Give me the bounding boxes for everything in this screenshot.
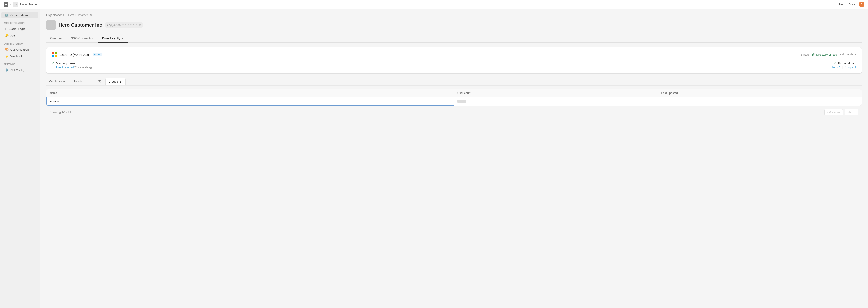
topbar-chevron-icon: ▾	[38, 3, 40, 6]
workspace-logo[interactable]: D	[4, 2, 8, 7]
breadcrumb: Organizations › Hero Customer Inc	[46, 13, 862, 17]
directory-card: Entra ID (Azure AD) SCIM Status Director…	[46, 47, 862, 73]
tab-overview[interactable]: Overview	[46, 34, 67, 43]
sidebar-auth-section: AUTHENTICATION ⊞ Social Login 🔑 SSO	[0, 20, 40, 39]
main-content: Organizations › Hero Customer Inc H Hero…	[40, 9, 868, 308]
user-avatar[interactable]: S	[859, 2, 864, 7]
sub-tab-groups[interactable]: Groups (1)	[105, 78, 126, 85]
groups-link[interactable]: Groups: 1	[844, 66, 856, 69]
org-name: Hero Customer Inc	[59, 22, 102, 28]
topbar: D / </> Project Name ▾ Help Docs S	[0, 0, 868, 9]
directory-status-details: ✓ Directory Linked Event received 26 sec…	[52, 62, 856, 69]
customization-icon: 🎨	[5, 48, 9, 51]
social-login-icon: ⊞	[5, 27, 7, 31]
row-name[interactable]: Admins	[46, 97, 454, 106]
directory-card-header: Entra ID (Azure AD) SCIM Status Director…	[52, 52, 856, 57]
ms-block-blue	[52, 55, 54, 57]
ms-block-yellow	[55, 55, 57, 57]
api-config-icon: ⚙️	[5, 68, 9, 72]
main-tabs: Overview SSO Connection Directory Sync	[46, 34, 862, 43]
org-id-box: org_39802•••••••••• ⧉	[105, 22, 143, 28]
pagination: ‹ Previous Next ›	[824, 109, 858, 116]
table-header: Name User count Last updated	[46, 89, 862, 97]
row-user-count	[454, 97, 658, 106]
received-data-sub: Users: 1 | Groups: 1	[831, 66, 856, 69]
topbar-separator: /	[10, 3, 11, 6]
directory-linked-title: ✓ Directory Linked	[52, 62, 93, 65]
settings-section-label: SETTINGS	[0, 61, 40, 66]
status-value: Directory Linked	[816, 53, 837, 56]
breadcrumb-orgs-link[interactable]: Organizations	[46, 13, 64, 17]
sidebar-item-organizations[interactable]: 🏢 Organizations	[1, 12, 38, 19]
directory-status-area: Status Directory Linked Hide details ∧	[801, 53, 857, 56]
sub-tabs: Configuration Events Users (1) Groups (1…	[46, 78, 862, 86]
received-data-title: ✓ Received data	[831, 62, 856, 65]
sidebar-item-webhooks[interactable]: ⚡ Webhooks	[1, 53, 38, 60]
sidebar-item-customization[interactable]: 🎨 Customization	[1, 46, 38, 53]
sub-tab-users[interactable]: Users (1)	[86, 78, 104, 85]
users-link[interactable]: Users: 1	[831, 66, 841, 69]
sidebar-item-social-login[interactable]: ⊞ Social Login	[1, 26, 38, 32]
org-id-text: org_39802••••••••••	[107, 24, 137, 27]
chevron-up-icon: ∧	[854, 53, 856, 56]
col-name: Name	[46, 89, 454, 97]
org-avatar: H	[46, 20, 56, 30]
directory-provider-info: Entra ID (Azure AD) SCIM	[52, 52, 102, 57]
sidebar-orgs-section: 🏢 Organizations	[0, 12, 40, 19]
status-linked: Directory Linked	[811, 53, 837, 56]
previous-button[interactable]: ‹ Previous	[824, 109, 843, 116]
topbar-left: D / </> Project Name ▾	[4, 2, 40, 7]
sidebar-item-sso[interactable]: 🔑 SSO	[1, 32, 38, 39]
directory-linked-status: ✓ Directory Linked Event received 26 sec…	[52, 62, 93, 69]
next-button[interactable]: Next ›	[845, 109, 858, 116]
ms-block-red	[52, 52, 54, 54]
col-last-updated: Last updated	[658, 89, 862, 97]
status-label: Status	[801, 53, 809, 56]
sub-tab-configuration[interactable]: Configuration	[46, 78, 69, 85]
next-arrow-icon: ›	[855, 111, 856, 114]
sidebar: 🏢 Organizations AUTHENTICATION ⊞ Social …	[0, 9, 40, 308]
col-user-count: User count	[454, 89, 658, 97]
topbar-right: Help Docs S	[839, 2, 864, 7]
scim-badge: SCIM	[93, 53, 102, 56]
row-last-updated	[658, 97, 862, 106]
layout: 🏢 Organizations AUTHENTICATION ⊞ Social …	[0, 9, 868, 308]
directory-provider-name: Entra ID (Azure AD)	[60, 53, 89, 57]
tab-sso-connection[interactable]: SSO Connection	[67, 34, 98, 43]
sub-tab-events[interactable]: Events	[70, 78, 85, 85]
table-footer: Showing 1-1 of 1 ‹ Previous Next ›	[46, 106, 862, 119]
groups-table: Name User count Last updated Admins	[46, 89, 862, 106]
project-code-icon[interactable]: </>	[13, 2, 18, 7]
event-received-link[interactable]: Event received	[56, 66, 73, 69]
ms-block-green	[55, 52, 57, 54]
sidebar-item-api-config[interactable]: ⚙️ API Config	[1, 67, 38, 73]
directory-linked-sub: Event received 26 seconds ago	[52, 66, 93, 69]
previous-arrow-icon: ‹	[827, 111, 828, 114]
project-name: Project Name	[20, 3, 37, 6]
config-section-label: CONFIGURATION	[0, 41, 40, 46]
sso-icon: 🔑	[5, 34, 9, 37]
received-check-icon: ✓	[834, 62, 837, 65]
user-count-placeholder	[458, 100, 466, 103]
organizations-icon: 🏢	[5, 13, 9, 17]
received-data-status: ✓ Received data Users: 1 | Groups: 1	[831, 62, 856, 69]
microsoft-logo	[52, 52, 57, 57]
table-row: Admins	[46, 97, 862, 106]
sidebar-config-section: CONFIGURATION 🎨 Customization ⚡ Webhooks	[0, 41, 40, 60]
link-icon	[811, 53, 815, 56]
tab-directory-sync[interactable]: Directory Sync	[98, 34, 128, 43]
check-icon: ✓	[52, 62, 54, 65]
breadcrumb-separator: ›	[66, 13, 66, 17]
org-header: H Hero Customer Inc org_39802•••••••••• …	[46, 20, 862, 30]
copy-icon[interactable]: ⧉	[139, 23, 141, 27]
showing-text: Showing 1-1 of 1	[50, 111, 71, 114]
webhooks-icon: ⚡	[5, 55, 9, 58]
hide-details-button[interactable]: Hide details ∧	[840, 53, 856, 56]
docs-link[interactable]: Docs	[848, 3, 855, 6]
help-link[interactable]: Help	[839, 3, 845, 6]
breadcrumb-current: Hero Customer Inc	[68, 13, 92, 17]
sidebar-settings-section: SETTINGS ⚙️ API Config	[0, 61, 40, 73]
auth-section-label: AUTHENTICATION	[0, 20, 40, 25]
